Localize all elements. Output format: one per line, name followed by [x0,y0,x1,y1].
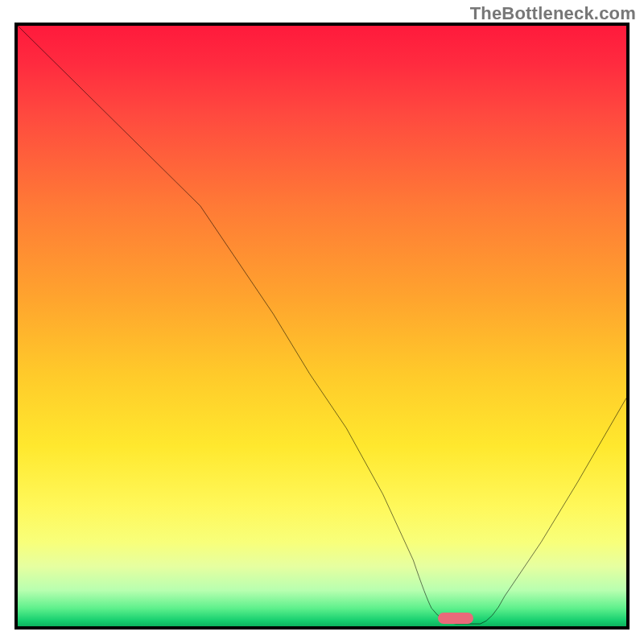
optimum-marker [438,613,473,624]
plot-area [14,23,630,630]
chart-wrapper: TheBottleneck.com [0,0,644,644]
bottleneck-curve [18,26,626,626]
curve-path [18,26,626,624]
watermark-text: TheBottleneck.com [470,3,636,24]
